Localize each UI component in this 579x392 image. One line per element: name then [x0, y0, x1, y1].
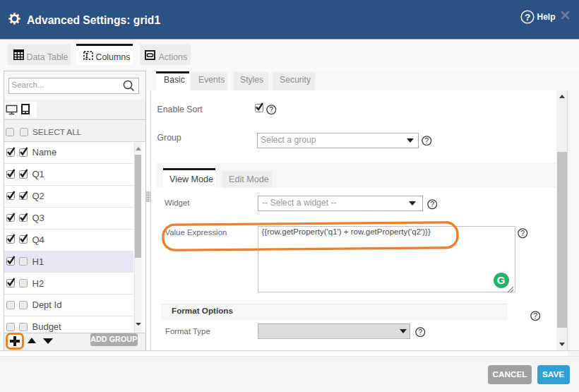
svg-text:?: ?	[424, 137, 429, 145]
svg-text:?: ?	[418, 328, 422, 336]
svg-text:?: ?	[430, 201, 434, 208]
svg-text:?: ?	[533, 312, 537, 320]
svg-text:?: ?	[525, 12, 530, 23]
svg-text:?: ?	[520, 230, 525, 237]
svg-text:?: ?	[269, 106, 273, 114]
